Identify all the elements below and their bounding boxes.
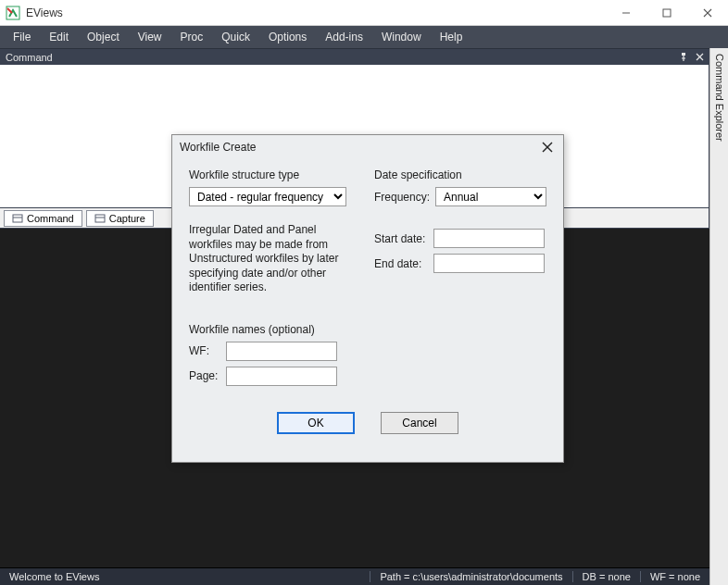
tab-command-label: Command xyxy=(27,213,74,224)
maximize-button[interactable] xyxy=(646,0,687,26)
dialog-close-button[interactable] xyxy=(539,139,556,156)
status-path: Path = c:\users\administrator\documents xyxy=(370,571,571,582)
menu-help[interactable]: Help xyxy=(431,28,472,46)
status-db: DB = none xyxy=(572,571,640,582)
status-wf: WF = none xyxy=(640,571,709,582)
window-controls xyxy=(606,0,728,26)
frequency-label: Frequency: xyxy=(374,191,430,204)
tab-capture-label: Capture xyxy=(109,213,145,224)
structure-type-label: Workfile structure type xyxy=(189,168,350,181)
wf-name-input[interactable] xyxy=(226,342,337,361)
svg-rect-5 xyxy=(682,53,685,56)
capture-tab-icon xyxy=(94,213,106,224)
menu-proc[interactable]: Proc xyxy=(171,28,213,46)
ok-button[interactable]: OK xyxy=(277,412,355,434)
start-date-label: Start date: xyxy=(374,232,428,245)
command-panel-header: Command xyxy=(0,48,709,65)
svg-rect-8 xyxy=(13,215,22,222)
workfile-create-dialog: Workfile Create Workfile structure type … xyxy=(171,134,564,463)
end-date-input[interactable] xyxy=(433,254,545,273)
app-icon xyxy=(6,6,20,20)
menu-view[interactable]: View xyxy=(129,28,171,46)
panel-close-icon[interactable] xyxy=(696,53,704,61)
menu-quick[interactable]: Quick xyxy=(212,28,259,46)
menu-object[interactable]: Object xyxy=(78,28,129,46)
menu-window[interactable]: Window xyxy=(372,28,431,46)
menu-file[interactable]: File xyxy=(4,28,40,46)
tab-capture[interactable]: Capture xyxy=(86,210,154,227)
status-welcome: Welcome to EViews xyxy=(0,571,108,582)
menu-edit[interactable]: Edit xyxy=(40,28,78,46)
command-explorer-rail[interactable]: Command Explorer xyxy=(709,48,728,585)
titlebar: EViews xyxy=(0,0,728,26)
app-title: EViews xyxy=(26,6,63,19)
svg-rect-2 xyxy=(663,9,671,17)
start-date-input[interactable] xyxy=(433,229,545,248)
dialog-titlebar[interactable]: Workfile Create xyxy=(172,135,563,159)
structure-hint: Irregular Dated and Panel workfiles may … xyxy=(189,223,346,295)
svg-rect-10 xyxy=(95,215,105,222)
menu-options[interactable]: Options xyxy=(259,28,316,46)
minimize-button[interactable] xyxy=(606,0,646,26)
page-name-label: Page: xyxy=(189,369,220,382)
dialog-title: Workfile Create xyxy=(180,141,256,154)
date-spec-label: Date specification xyxy=(374,168,546,181)
end-date-label: End date: xyxy=(374,257,428,270)
menubar: File Edit Object View Proc Quick Options… xyxy=(0,26,728,48)
app-window: EViews File Edit Object View Proc Quick … xyxy=(0,0,728,585)
command-tab-icon xyxy=(12,213,23,224)
cancel-button[interactable]: Cancel xyxy=(381,412,458,434)
statusbar: Welcome to EViews Path = c:\users\admini… xyxy=(0,567,709,585)
command-explorer-label: Command Explorer xyxy=(714,54,725,142)
page-name-input[interactable] xyxy=(226,367,337,386)
command-panel-title: Command xyxy=(6,52,53,63)
menu-addins[interactable]: Add-ins xyxy=(316,28,372,46)
structure-type-select[interactable]: Dated - regular frequency xyxy=(189,187,346,206)
frequency-select[interactable]: Annual xyxy=(435,187,546,206)
pin-icon[interactable] xyxy=(679,53,688,62)
workfile-names-label: Workfile names (optional) xyxy=(189,323,546,336)
tab-command[interactable]: Command xyxy=(4,210,82,227)
close-button[interactable] xyxy=(687,0,728,26)
wf-name-label: WF: xyxy=(189,344,220,357)
